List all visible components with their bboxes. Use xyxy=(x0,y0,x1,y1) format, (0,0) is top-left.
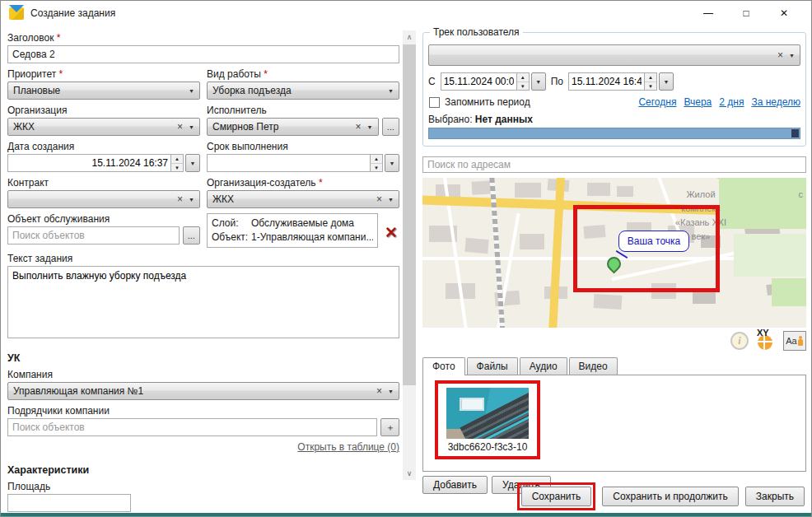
clear-icon[interactable]: × xyxy=(177,122,183,132)
link-week[interactable]: За неделю xyxy=(751,96,800,108)
required-asterisk: * xyxy=(59,68,63,80)
area-label: Площадь xyxy=(7,481,399,492)
link-today[interactable]: Сегодня xyxy=(638,96,676,108)
tab-files[interactable]: Файлы xyxy=(467,357,518,375)
work-type-combobox[interactable]: Уборка подъезда ▼ xyxy=(207,82,399,100)
map-shape-bld xyxy=(515,183,541,198)
map-track-panel: Трек пользователя × ▼ С ▲▼ ▼ По ▲▼ ▼ xyxy=(422,27,806,494)
clear-icon[interactable]: × xyxy=(356,122,362,132)
area-input[interactable] xyxy=(7,494,131,512)
tab-photo[interactable]: Фото xyxy=(422,357,465,375)
clear-icon[interactable]: × xyxy=(177,194,183,204)
add-contractor-button[interactable]: ＋ xyxy=(380,418,399,436)
map-shape-grn2 xyxy=(734,234,806,277)
task-form-panel: Заголовок * Приоритет * Плановые ▼ Вид р… xyxy=(7,27,399,512)
calendar-dropdown-button[interactable]: ▼ xyxy=(659,72,674,91)
datetime-spinner[interactable]: ▲▼ xyxy=(517,72,530,91)
executor-combobox[interactable]: Смирнов Петр × ▼ xyxy=(207,118,379,136)
contractors-search-input[interactable] xyxy=(7,418,377,436)
spinner-up-icon[interactable]: ▲ xyxy=(371,155,382,164)
organization-combobox[interactable]: ЖКХ × ▼ xyxy=(7,118,200,136)
creator-org-label: Организация-создатель * xyxy=(207,177,399,189)
minimize-button[interactable]: — xyxy=(689,2,727,24)
spinner-down-icon[interactable]: ▼ xyxy=(371,164,382,172)
title-bar: Создание задания — □ ✕ xyxy=(1,1,811,26)
spinner-down-icon[interactable]: ▼ xyxy=(171,164,183,172)
map-shape-grn xyxy=(772,278,806,306)
chevron-down-icon: ▼ xyxy=(189,88,194,94)
title-input[interactable] xyxy=(7,45,399,63)
creation-date-input[interactable] xyxy=(7,154,171,172)
map[interactable]: Жилой комплекс «Казань XXI век» с Ваша т… xyxy=(422,178,806,328)
spinner-up-icon[interactable]: ▲ xyxy=(171,155,183,164)
user-track-title: Трек пользователя xyxy=(430,26,523,38)
chevron-down-icon: ▼ xyxy=(388,197,394,203)
object-label: Объект: xyxy=(212,231,251,245)
photo-item[interactable]: 3dbc6620-f3c3-10 xyxy=(435,380,540,459)
chevron-down-icon: ▼ xyxy=(367,124,373,130)
contract-combobox[interactable]: × ▼ xyxy=(7,190,200,208)
scroll-up-icon[interactable]: ∧ xyxy=(403,30,416,44)
clear-icon[interactable]: × xyxy=(777,50,783,60)
due-date-label: Срок выполнения xyxy=(207,141,399,152)
form-scrollbar[interactable]: ∧ ∨ xyxy=(403,30,416,480)
add-photo-button[interactable]: Добавить xyxy=(422,476,488,494)
maximize-button[interactable]: □ xyxy=(727,2,765,24)
datetime-spinner[interactable]: ▲▼ xyxy=(645,72,657,91)
your-point-callout: Ваша точка xyxy=(618,231,689,252)
spinner-down-icon[interactable]: ▼ xyxy=(645,82,656,91)
company-combobox[interactable]: Управляющая компания №1 × ▼ xyxy=(7,382,399,400)
track-from-input[interactable] xyxy=(441,72,517,91)
datetime-spinner[interactable]: ▲▼ xyxy=(171,154,184,172)
calendar-dropdown-button[interactable]: ▼ xyxy=(185,154,200,172)
open-in-table-link[interactable]: Открыть в таблице (0) xyxy=(297,441,399,453)
address-search-input[interactable] xyxy=(422,156,806,173)
track-to-input[interactable] xyxy=(568,72,645,91)
service-object-search-input[interactable] xyxy=(7,226,180,245)
spinner-up-icon[interactable]: ▲ xyxy=(517,73,529,82)
priority-combobox[interactable]: Плановые ▼ xyxy=(7,82,200,100)
info-icon[interactable]: i xyxy=(730,332,749,350)
scroll-down-icon[interactable]: ∨ xyxy=(403,467,416,480)
remember-period-checkbox[interactable] xyxy=(429,97,440,108)
remove-object-icon[interactable]: ✕ xyxy=(385,223,398,242)
chevron-down-icon: ▼ xyxy=(535,79,541,85)
tab-video[interactable]: Видео xyxy=(569,357,618,375)
service-object-label: Объект обслуживания xyxy=(7,213,200,225)
selected-value: Нет данных xyxy=(475,114,533,125)
photo-window-detail xyxy=(460,398,484,411)
close-dialog-button[interactable]: Закрыть xyxy=(745,487,805,506)
tab-audio[interactable]: Аудио xyxy=(520,357,567,375)
creator-org-combobox[interactable]: ЖКХ × ▼ xyxy=(207,190,399,208)
save-button-highlight: Сохранить xyxy=(517,482,596,510)
chevron-down-icon: ▼ xyxy=(388,88,394,94)
xy-coordinates-icon[interactable]: XY xyxy=(756,331,776,351)
clear-icon[interactable]: × xyxy=(376,194,382,204)
calendar-dropdown-button[interactable]: ▼ xyxy=(385,154,399,172)
selected-label: Выбрано: xyxy=(428,114,472,125)
task-text-area[interactable]: Выполнить влажную уборку подъезда xyxy=(7,266,399,338)
photo-thumbnail[interactable] xyxy=(446,388,529,439)
track-timeline-slider[interactable] xyxy=(428,128,800,139)
scrollbar-thumb[interactable] xyxy=(403,44,416,385)
save-and-continue-button[interactable]: Сохранить и продолжить xyxy=(602,487,738,506)
clear-icon[interactable]: × xyxy=(376,386,382,396)
spinner-up-icon[interactable]: ▲ xyxy=(645,73,656,82)
track-user-combobox[interactable]: × ▼ xyxy=(428,44,800,66)
spinner-down-icon[interactable]: ▼ xyxy=(517,82,529,91)
labels-toggle-button[interactable]: Aa xyxy=(783,331,806,351)
map-shape-grn xyxy=(719,178,806,229)
slider-handle[interactable] xyxy=(791,129,799,137)
link-two-days[interactable]: 2 дня xyxy=(719,96,744,108)
calendar-dropdown-button[interactable]: ▼ xyxy=(531,72,546,91)
link-yesterday[interactable]: Вчера xyxy=(684,96,712,108)
save-button[interactable]: Сохранить xyxy=(521,487,592,506)
service-object-browse-button[interactable]: ... xyxy=(183,226,200,245)
due-date-input[interactable] xyxy=(207,154,371,172)
dialog-window: Создание задания — □ ✕ Заголовок * Приор… xyxy=(0,0,812,517)
photo-caption: 3dbc6620-f3c3-10 xyxy=(446,441,529,453)
chevron-down-icon: ▼ xyxy=(789,53,795,58)
close-button[interactable]: ✕ xyxy=(765,2,803,24)
datetime-spinner[interactable]: ▲▼ xyxy=(371,154,383,172)
executor-browse-button[interactable]: ... xyxy=(382,118,399,136)
